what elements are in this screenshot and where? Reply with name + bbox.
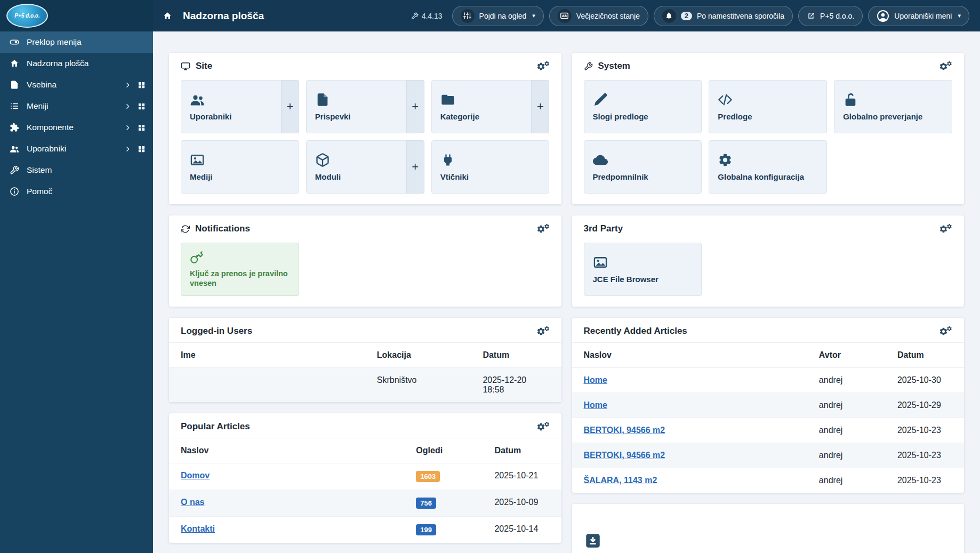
preview-label: Pojdi na ogled — [479, 12, 527, 20]
messages-count-badge: 2 — [681, 12, 692, 20]
tile-predpomnilnik[interactable]: Predpomnilnik — [584, 140, 702, 194]
article-link[interactable]: ŠALARA, 1143 m2 — [584, 476, 657, 485]
article-link[interactable]: Kontakti — [181, 524, 215, 533]
sidebar-item-label: Pomoč — [27, 187, 52, 196]
sidebar-item-uporabniki[interactable]: Uporabniki — [0, 138, 153, 159]
cell-datum: 2025-10-09 — [494, 490, 561, 517]
preview-button[interactable]: Pojdi na ogled ▾ — [452, 6, 544, 26]
folder-icon — [440, 92, 455, 107]
table-row: Domov 1603 2025-10-21 — [169, 463, 561, 490]
card-header: 3rd Party — [572, 215, 965, 240]
card-header: Recently Added Articles — [572, 318, 965, 342]
cell-avtor: andrej — [819, 468, 897, 493]
tile-grid: Ključ za prenos je pravilno vnesen — [169, 240, 561, 307]
logo-area: P+5 d.o.o. — [0, 0, 153, 31]
card-title: System — [598, 61, 630, 71]
article-link[interactable]: BERTOKI, 94566 m2 — [584, 451, 665, 460]
dashboard-grid-icon[interactable] — [138, 145, 146, 153]
topbar: Nadzorna plošča 4.4.13 Pojdi na ogled ▾ … — [153, 0, 980, 31]
cell-datum: 2025-10-30 — [897, 368, 964, 393]
card-header: Popular Articles — [169, 413, 561, 438]
datetime-value: 2025-12-20 18:58 — [483, 375, 540, 395]
monitor-icon — [181, 61, 190, 71]
sidebar-item-vsebina[interactable]: Vsebina — [0, 74, 153, 95]
article-link[interactable]: Home — [584, 400, 607, 410]
tile-jce-file-browser[interactable]: JCE File Browser — [584, 243, 702, 296]
card-options-button[interactable] — [536, 225, 550, 234]
chevron-right-icon[interactable] — [124, 103, 131, 110]
column-header: Ime — [169, 343, 377, 368]
column-header: Naslov — [169, 438, 416, 463]
popular-articles-card: Popular Articles Naslov Ogledi Datum — [169, 413, 561, 543]
card-options-button[interactable] — [536, 327, 550, 336]
list-icon — [10, 101, 19, 111]
chevron-right-icon[interactable] — [124, 146, 131, 153]
hits-badge: 1603 — [416, 471, 440, 482]
add-category-button[interactable]: + — [531, 80, 549, 133]
post-installation-messages-button[interactable]: 2 Po namestitvena sporočila — [654, 6, 793, 26]
card-options-button[interactable] — [939, 225, 952, 234]
sidebar-item-meniji[interactable]: Meniji — [0, 95, 153, 117]
tile-moduli[interactable]: Moduli + — [306, 140, 424, 194]
code-icon — [718, 92, 733, 107]
table-row: ŠALARA, 1143 m2 andrej 2025-10-23 — [572, 468, 965, 493]
article-link[interactable]: BERTOKI, 94566 m2 — [584, 426, 665, 435]
sidebar-item-preklop-menija[interactable]: Preklop menija — [0, 31, 153, 53]
card-options-button[interactable] — [939, 327, 952, 336]
cell-avtor: andrej — [819, 368, 897, 393]
chevron-right-icon[interactable] — [124, 124, 131, 131]
tile-prispevki[interactable]: Prispevki + — [306, 80, 424, 133]
cell-ime — [169, 368, 377, 403]
chevron-right-icon[interactable] — [124, 82, 131, 89]
article-link[interactable]: O nas — [181, 498, 204, 507]
bell-icon — [662, 9, 676, 23]
right-column: System Slogi predloge Predloge — [572, 53, 965, 553]
tile-vticniki[interactable]: Vtičniki — [431, 140, 550, 194]
add-user-button[interactable]: + — [281, 80, 299, 133]
dashboard-grid-icon[interactable] — [138, 81, 146, 89]
tile-kategorije[interactable]: Kategorije + — [431, 80, 550, 133]
dashboard-grid-icon[interactable] — [138, 102, 146, 110]
sidebar-item-pomoc[interactable]: Pomoč — [0, 181, 153, 202]
system-card: System Slogi predloge Predloge — [572, 53, 965, 204]
refresh-icon — [181, 225, 190, 234]
key-icon — [190, 251, 204, 265]
gear-icon — [544, 421, 550, 427]
multilingual-status-button[interactable]: Večjezičnost stanje — [549, 6, 648, 26]
add-module-button[interactable]: + — [406, 140, 424, 194]
view-site-button[interactable]: P+5 d.o.o. — [798, 6, 863, 26]
table-row: Skrbništvo 2025-12-20 18:58 — [169, 368, 561, 403]
card-title: Recently Added Articles — [584, 326, 687, 336]
cell-avtor: andrej — [819, 393, 897, 418]
tile-mediji[interactable]: Mediji — [181, 140, 299, 194]
download-key-status-tile[interactable]: Ključ za prenos je pravilno vnesen — [181, 243, 299, 296]
card-options-button[interactable] — [536, 62, 550, 71]
article-link[interactable]: Home — [584, 375, 607, 384]
tile-globalno-preverjanje[interactable]: Globalno preverjanje — [834, 80, 952, 133]
gear-icon — [946, 326, 952, 332]
tile-label: Globalna konfiguracija — [718, 172, 804, 182]
table-row: BERTOKI, 94566 m2 andrej 2025-10-23 — [572, 443, 965, 468]
table-row: BERTOKI, 94566 m2 andrej 2025-10-23 — [572, 418, 965, 443]
wrench-icon — [411, 12, 419, 20]
card-header: Logged-in Users — [169, 318, 561, 342]
card-title: 3rd Party — [584, 223, 623, 234]
tile-slogi-predloge[interactable]: Slogi predloge — [584, 80, 702, 133]
add-article-button[interactable]: + — [406, 80, 424, 133]
dashboard-grid-icon[interactable] — [138, 124, 146, 132]
sidebar-item-sistem[interactable]: Sistem — [0, 159, 153, 181]
card-title: Popular Articles — [181, 421, 250, 432]
article-link[interactable]: Domov — [181, 471, 210, 480]
home-icon — [163, 11, 172, 21]
user-menu-button[interactable]: Uporabniški meni ▾ — [868, 6, 969, 26]
tile-uporabniki[interactable]: Uporabniki + — [181, 80, 299, 133]
unlock-icon — [843, 92, 858, 107]
site-logo[interactable]: P+5 d.o.o. — [6, 4, 48, 28]
tile-globalna-konfiguracija[interactable]: Globalna konfiguracija — [709, 140, 827, 194]
card-options-button[interactable] — [939, 62, 952, 71]
card-options-button[interactable] — [536, 422, 550, 431]
recent-articles-table: Naslov Avtor Datum Home andrej 2025-10-3… — [572, 342, 965, 493]
tile-predloge[interactable]: Predloge — [709, 80, 827, 133]
sidebar-item-nadzorna-plosca[interactable]: Nadzorna plošča — [0, 53, 153, 74]
sidebar-item-komponente[interactable]: Komponente — [0, 117, 153, 138]
